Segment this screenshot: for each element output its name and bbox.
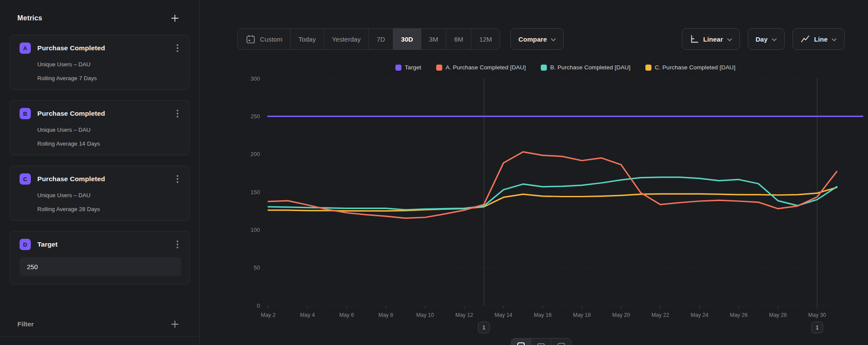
- range-custom[interactable]: Custom: [238, 29, 291, 49]
- y-axis-label: 250: [250, 113, 260, 120]
- y-axis-label: 0: [257, 303, 260, 309]
- x-axis-label: May 6: [339, 312, 354, 318]
- x-axis-label: May 30: [808, 312, 826, 318]
- date-range-segmented-control: CustomTodayYesterday7D30D3M6M12M: [237, 28, 500, 50]
- x-axis-label: May 20: [612, 312, 630, 318]
- chart-options-buttons: Linear Day Line: [682, 28, 845, 50]
- chevron-slot: [551, 36, 556, 43]
- metrics-sidebar: Metrics A Purchase Completed Unique User…: [0, 0, 200, 345]
- metric-measure: Unique Users – DAU: [37, 61, 181, 68]
- range-label: Yesterday: [332, 36, 361, 43]
- x-axis-label: May 16: [534, 312, 552, 318]
- series-line: [268, 188, 837, 211]
- chevron-slot: [727, 36, 732, 43]
- range-3m[interactable]: 3M: [421, 29, 447, 49]
- scale-label: Linear: [703, 36, 723, 43]
- target-card-menu-button[interactable]: [174, 240, 181, 249]
- metric-title: Purchase Completed: [37, 175, 174, 183]
- chevron-down-icon: [727, 38, 732, 42]
- x-axis-label: May 4: [300, 312, 315, 318]
- range-today[interactable]: Today: [291, 29, 324, 49]
- linear-axis-icon: [690, 34, 699, 44]
- range-7d[interactable]: 7D: [369, 29, 393, 49]
- range-6m[interactable]: 6M: [446, 29, 471, 49]
- metric-title: Purchase Completed: [37, 44, 174, 52]
- add-filter-button[interactable]: [170, 319, 180, 329]
- interval-label: Day: [756, 36, 768, 43]
- chart-size-small-button[interactable]: [531, 338, 551, 345]
- chart-type-label: Line: [814, 36, 828, 43]
- scale-select-button[interactable]: Linear: [682, 28, 740, 50]
- metric-badge: B: [20, 108, 31, 119]
- filter-section-header: Filter: [0, 319, 199, 329]
- medium-rect-icon: [558, 343, 565, 345]
- x-axis-label: May 14: [495, 312, 513, 318]
- target-card-title: Target: [37, 241, 174, 248]
- metric-card[interactable]: B Purchase Completed Unique Users – DAU …: [10, 100, 190, 155]
- chart-type-select-button[interactable]: Line: [792, 28, 845, 50]
- metric-card[interactable]: A Purchase Completed Unique Users – DAU …: [10, 35, 190, 90]
- metric-title: Purchase Completed: [37, 110, 174, 117]
- interval-select-button[interactable]: Day: [748, 28, 785, 50]
- y-axis-label: 50: [254, 264, 260, 271]
- metric-menu-button[interactable]: [174, 109, 181, 118]
- range-yesterday[interactable]: Yesterday: [324, 29, 369, 49]
- x-axis-label: May 22: [651, 312, 669, 318]
- kebab-menu-icon: [174, 240, 181, 249]
- range-label: 6M: [454, 36, 463, 43]
- range-label: 7D: [377, 36, 385, 43]
- y-axis-label: 150: [250, 189, 260, 195]
- add-metric-button[interactable]: [170, 13, 180, 23]
- chevron-down-icon: [772, 38, 777, 42]
- kebab-menu-icon: [174, 43, 181, 53]
- x-axis-label: May 24: [690, 312, 708, 318]
- x-axis-label: May 10: [416, 312, 434, 318]
- filter-label: Filter: [17, 320, 34, 328]
- x-axis-label: May 26: [730, 312, 748, 318]
- chart-size-medium-button[interactable]: [551, 338, 571, 345]
- chart-size-toggle: [511, 338, 572, 345]
- range-30d[interactable]: 30D: [393, 29, 421, 49]
- metric-badge: D: [20, 239, 31, 250]
- annotation-chip[interactable]: 1: [478, 322, 490, 333]
- calendar-icon: [246, 34, 256, 44]
- metric-rolling-average: Rolling Average 7 Days: [37, 75, 181, 81]
- sidebar-title: Metrics: [17, 14, 42, 22]
- annotation-chip[interactable]: 1: [811, 322, 823, 333]
- target-card-wrap: D Target: [0, 231, 199, 295]
- range-label: 30D: [401, 36, 413, 43]
- chart-panel: CustomTodayYesterday7D30D3M6M12M Compare…: [200, 0, 868, 345]
- chevron-down-icon: [551, 38, 556, 42]
- sidebar-footer: [0, 336, 199, 345]
- metric-badge: A: [20, 42, 31, 54]
- x-axis-label: May 12: [455, 312, 473, 318]
- y-axis-label: 100: [250, 227, 260, 233]
- range-12m[interactable]: 12M: [471, 29, 500, 49]
- x-axis-label: May 18: [573, 312, 591, 318]
- range-label: 3M: [429, 36, 438, 43]
- plus-icon: [170, 13, 180, 23]
- target-card: D Target: [10, 231, 190, 284]
- chart-toolbar: CustomTodayYesterday7D30D3M6M12M Compare…: [200, 28, 868, 50]
- y-axis-label: 200: [250, 151, 260, 157]
- metric-menu-button[interactable]: [174, 174, 181, 184]
- y-axis-label: 300: [250, 75, 260, 82]
- chevron-down-icon: [832, 38, 837, 42]
- metric-rolling-average: Rolling Average 14 Days: [37, 140, 181, 147]
- metric-measure: Unique Users – DAU: [37, 192, 181, 199]
- plus-icon: [170, 319, 180, 329]
- x-axis-label: May 2: [261, 312, 276, 318]
- compare-label: Compare: [518, 36, 547, 43]
- chart-size-large-button[interactable]: [511, 338, 531, 345]
- short-rect-icon: [537, 343, 545, 345]
- metric-menu-button[interactable]: [174, 43, 181, 53]
- target-value-input[interactable]: [20, 257, 181, 276]
- range-label: Today: [299, 36, 316, 43]
- compare-button[interactable]: Compare: [510, 28, 564, 50]
- metric-card[interactable]: C Purchase Completed Unique Users – DAU …: [10, 166, 190, 221]
- large-square-icon: [517, 342, 525, 345]
- chevron-slot: [832, 36, 837, 43]
- kebab-menu-icon: [174, 109, 181, 118]
- line-chart-icon: [800, 34, 810, 44]
- line-chart[interactable]: 050100150200250300May 2May 4May 6May 8Ma…: [200, 56, 868, 345]
